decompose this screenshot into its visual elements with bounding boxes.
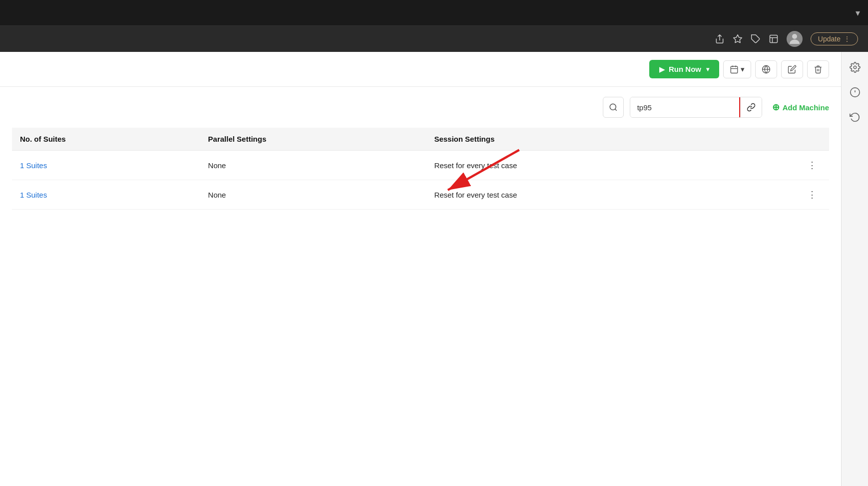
info-icon[interactable] bbox=[850, 87, 861, 98]
history-icon[interactable] bbox=[850, 112, 861, 123]
row-more-button[interactable]: ⋮ bbox=[804, 160, 821, 171]
globe-icon bbox=[762, 65, 771, 74]
link-button[interactable] bbox=[740, 97, 762, 117]
cell-parallel: None bbox=[200, 151, 427, 180]
table-header-row: No. of Suites Parallel Settings Session … bbox=[12, 128, 829, 151]
svg-rect-6 bbox=[731, 66, 738, 73]
cell-parallel: None bbox=[200, 180, 427, 210]
plus-icon: ⊕ bbox=[772, 102, 780, 113]
star-icon[interactable] bbox=[733, 34, 743, 44]
cell-session: Reset for every test case bbox=[426, 180, 727, 210]
svg-marker-0 bbox=[734, 35, 742, 43]
machine-input[interactable] bbox=[630, 97, 740, 117]
play-icon: ▶ bbox=[659, 65, 665, 73]
browser-bar: ▾ bbox=[0, 0, 868, 26]
col-actions bbox=[727, 128, 829, 151]
update-more-icon: ⋮ bbox=[844, 35, 851, 43]
row-more-button[interactable]: ⋮ bbox=[804, 189, 821, 200]
cell-session: Reset for every test case bbox=[426, 151, 727, 180]
cell-more: ⋮ bbox=[727, 151, 829, 180]
add-machine-button[interactable]: ⊕ Add Machine bbox=[772, 102, 829, 113]
svg-point-14 bbox=[854, 66, 857, 69]
toolbar-row: ▶ Run Now ▾ ▾ bbox=[0, 52, 841, 87]
calendar-button[interactable]: ▾ bbox=[723, 60, 751, 78]
svg-point-5 bbox=[792, 34, 797, 39]
machines-table: No. of Suites Parallel Settings Session … bbox=[12, 128, 829, 210]
calendar-icon bbox=[730, 65, 739, 74]
trash-icon bbox=[814, 65, 823, 74]
browser-chevron-icon[interactable]: ▾ bbox=[856, 7, 860, 18]
search-icon bbox=[609, 103, 618, 112]
settings-icon[interactable] bbox=[850, 62, 861, 73]
update-label: Update bbox=[818, 35, 841, 43]
cell-suites[interactable]: 1 Suites bbox=[12, 151, 200, 180]
cell-more: ⋮ bbox=[727, 180, 829, 210]
puzzle-icon[interactable] bbox=[751, 34, 761, 44]
run-now-chevron-icon: ▾ bbox=[706, 66, 709, 73]
search-row: ⊕ Add Machine bbox=[0, 87, 841, 128]
edit-icon bbox=[788, 65, 797, 74]
globe-button[interactable] bbox=[755, 60, 777, 78]
layout-icon[interactable] bbox=[769, 34, 779, 44]
col-suites: No. of Suites bbox=[12, 128, 200, 151]
search-button[interactable] bbox=[603, 97, 624, 118]
edit-button[interactable] bbox=[781, 60, 803, 78]
svg-point-12 bbox=[610, 104, 616, 110]
col-session: Session Settings bbox=[426, 128, 727, 151]
update-button[interactable]: Update ⋮ bbox=[811, 32, 858, 45]
share-icon[interactable] bbox=[715, 34, 725, 44]
right-sidebar bbox=[841, 52, 868, 486]
svg-line-13 bbox=[615, 109, 616, 110]
add-machine-label: Add Machine bbox=[783, 103, 829, 112]
main-content: ▶ Run Now ▾ ▾ bbox=[0, 52, 868, 486]
calendar-chevron-icon: ▾ bbox=[741, 65, 745, 74]
machine-input-wrapper bbox=[630, 97, 762, 118]
page-content: ▶ Run Now ▾ ▾ bbox=[0, 52, 841, 486]
run-now-button[interactable]: ▶ Run Now ▾ bbox=[649, 60, 719, 78]
delete-button[interactable] bbox=[807, 60, 829, 78]
col-parallel: Parallel Settings bbox=[200, 128, 427, 151]
table-container: No. of Suites Parallel Settings Session … bbox=[0, 128, 841, 210]
run-now-label: Run Now bbox=[669, 65, 701, 73]
extension-toolbar: Update ⋮ bbox=[0, 26, 868, 52]
table-row: 1 Suites None Reset for every test case … bbox=[12, 151, 829, 180]
table-row: 1 Suites None Reset for every test case … bbox=[12, 180, 829, 210]
link-icon bbox=[747, 103, 756, 112]
cell-suites[interactable]: 1 Suites bbox=[12, 180, 200, 210]
svg-rect-2 bbox=[770, 35, 777, 43]
avatar[interactable] bbox=[787, 31, 803, 47]
